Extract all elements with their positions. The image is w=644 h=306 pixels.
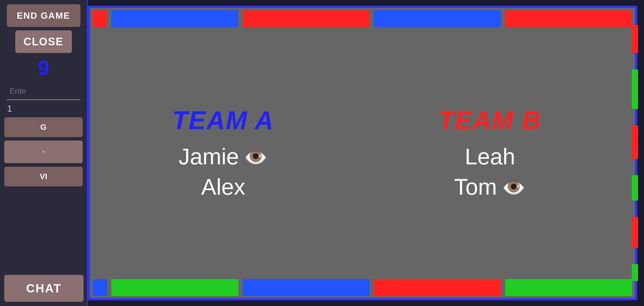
player-alex-name: Alex bbox=[201, 174, 245, 200]
team-b-section: TEAM B Leah Tom 👁️ bbox=[439, 106, 541, 200]
eye-icon-tom: 👁️ bbox=[501, 175, 526, 199]
team-b-players: Leah Tom 👁️ bbox=[454, 144, 526, 200]
view-button[interactable]: VI bbox=[4, 167, 83, 186]
sidebar: END GAME CLOSE 9 1 G · VI CHAT bbox=[0, 0, 88, 306]
enter-input[interactable] bbox=[7, 83, 80, 100]
player-jamie-name: Jamie bbox=[178, 144, 239, 170]
eye-icon-jamie: 👁️ bbox=[243, 145, 268, 168]
team-a-section: TEAM A Jamie 👁️ Alex bbox=[172, 106, 274, 200]
sidebar-top: END GAME CLOSE 9 1 G · VI bbox=[4, 4, 83, 302]
top-seg-red-2 bbox=[243, 10, 370, 27]
top-seg-red-3 bbox=[505, 10, 632, 27]
right-accents bbox=[631, 25, 639, 281]
top-segments bbox=[90, 8, 635, 29]
bot-seg-blue-1 bbox=[93, 279, 107, 296]
action-button-1[interactable]: G bbox=[4, 117, 83, 137]
top-seg-blue-2 bbox=[374, 10, 501, 27]
player-tom: Tom 👁️ bbox=[454, 174, 526, 200]
score-display: 9 bbox=[38, 56, 49, 80]
team-a-players: Jamie 👁️ Alex bbox=[178, 144, 268, 200]
bot-seg-blue-2 bbox=[243, 279, 370, 296]
right-accent-red-3 bbox=[632, 217, 638, 248]
right-accent-green-1 bbox=[632, 69, 638, 109]
player-alex: Alex bbox=[201, 174, 245, 200]
bot-seg-red-1 bbox=[374, 279, 501, 296]
bot-seg-green-1 bbox=[111, 279, 238, 296]
right-accent-red-1 bbox=[632, 25, 638, 53]
top-seg-blue-1 bbox=[111, 10, 238, 27]
player-jamie: Jamie 👁️ bbox=[178, 144, 268, 170]
player-leah: Leah bbox=[465, 144, 515, 170]
player-leah-name: Leah bbox=[465, 144, 515, 170]
right-accent-red-2 bbox=[632, 125, 638, 159]
round-label: 1 bbox=[4, 103, 12, 114]
bottom-segments bbox=[90, 277, 635, 298]
team-a-title: TEAM A bbox=[172, 106, 274, 135]
right-accent-green-2 bbox=[632, 175, 638, 201]
close-button[interactable]: CLOSE bbox=[15, 30, 72, 53]
game-area: TEAM A Jamie 👁️ Alex TEAM B Leah Tom bbox=[88, 6, 637, 300]
chat-button[interactable]: CHAT bbox=[4, 275, 84, 302]
top-seg-red-1 bbox=[93, 10, 107, 27]
player-tom-name: Tom bbox=[454, 174, 497, 200]
teams-container: TEAM A Jamie 👁️ Alex TEAM B Leah Tom bbox=[90, 36, 624, 270]
team-b-title: TEAM B bbox=[439, 106, 541, 135]
bot-seg-green-2 bbox=[505, 279, 632, 296]
action-button-2[interactable]: · bbox=[4, 141, 83, 163]
end-game-button[interactable]: END GAME bbox=[7, 4, 80, 27]
